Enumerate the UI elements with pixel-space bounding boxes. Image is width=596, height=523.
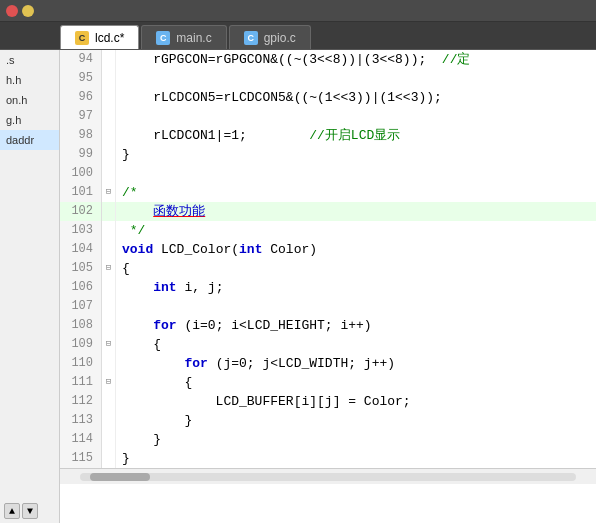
line-num-102: 102 [60, 202, 102, 221]
code-content-108: for (i=0; i<LCD_HEIGHT; i++) [116, 316, 596, 335]
line-num-95: 95 [60, 69, 102, 88]
line-num-108: 108 [60, 316, 102, 335]
fold-101[interactable]: ⊟ [102, 183, 116, 202]
fold-94 [102, 50, 116, 69]
code-line-103: 103 */ [60, 221, 596, 240]
line-num-109: 109 [60, 335, 102, 354]
code-content-99: } [116, 145, 596, 164]
code-content-107 [116, 297, 596, 316]
line-num-97: 97 [60, 107, 102, 126]
code-content-113: } [116, 411, 596, 430]
code-content-103: */ [116, 221, 596, 240]
code-line-100: 100 [60, 164, 596, 183]
line-num-111: 111 [60, 373, 102, 392]
code-content-114: } [116, 430, 596, 449]
code-content-94: rGPGCON=rGPGCON&((~(3<<8))|(3<<8)); //定 [116, 50, 596, 69]
tab-main-label: main.c [176, 31, 211, 45]
code-content-95 [116, 69, 596, 88]
code-line-102: 102 函数功能 [60, 202, 596, 221]
line-num-105: 105 [60, 259, 102, 278]
fold-108 [102, 316, 116, 335]
code-line-109: 109 ⊟ { [60, 335, 596, 354]
code-content-97 [116, 107, 596, 126]
scrollbar-track[interactable] [80, 473, 576, 481]
line-num-106: 106 [60, 278, 102, 297]
code-line-108: 108 for (i=0; i<LCD_HEIGHT; i++) [60, 316, 596, 335]
code-content-104: void LCD_Color(int Color) [116, 240, 596, 259]
code-line-104: 104 void LCD_Color(int Color) [60, 240, 596, 259]
fold-105[interactable]: ⊟ [102, 259, 116, 278]
code-content-109: { [116, 335, 596, 354]
sidebar-item-onh[interactable]: on.h [0, 90, 59, 110]
sidebar-item-hh[interactable]: h.h [0, 70, 59, 90]
fold-115 [102, 449, 116, 468]
sidebar-item-s[interactable]: .s [0, 50, 59, 70]
fold-97 [102, 107, 116, 126]
lcd-file-icon: C [75, 31, 89, 45]
tab-gpio[interactable]: C gpio.c [229, 25, 311, 49]
code-content-101: /* [116, 183, 596, 202]
title-bar [0, 0, 596, 22]
close-btn[interactable] [6, 5, 18, 17]
line-num-104: 104 [60, 240, 102, 259]
arrow-up[interactable]: ▲ [4, 503, 20, 519]
code-line-101: 101 ⊟ /* [60, 183, 596, 202]
line-num-114: 114 [60, 430, 102, 449]
code-area[interactable]: 94 rGPGCON=rGPGCON&((~(3<<8))|(3<<8)); /… [60, 50, 596, 523]
tab-lcd-label: lcd.c* [95, 31, 124, 45]
tabs-bar: C lcd.c* C main.c C gpio.c [0, 22, 596, 50]
fold-110 [102, 354, 116, 373]
code-content-102: 函数功能 [116, 202, 596, 221]
fold-111[interactable]: ⊟ [102, 373, 116, 392]
line-num-113: 113 [60, 411, 102, 430]
code-line-99: 99 } [60, 145, 596, 164]
code-line-112: 112 LCD_BUFFER[i][j] = Color; [60, 392, 596, 411]
fold-102 [102, 202, 116, 221]
line-num-101: 101 [60, 183, 102, 202]
code-line-105: 105 ⊟ { [60, 259, 596, 278]
gpio-file-icon: C [244, 31, 258, 45]
code-content-115: } [116, 449, 596, 468]
code-content-111: { [116, 373, 596, 392]
tab-lcd[interactable]: C lcd.c* [60, 25, 139, 49]
tab-main[interactable]: C main.c [141, 25, 226, 49]
code-line-98: 98 rLCDCON1|=1; //开启LCD显示 [60, 126, 596, 145]
code-line-114: 114 } [60, 430, 596, 449]
code-line-110: 110 for (j=0; j<LCD_WIDTH; j++) [60, 354, 596, 373]
sidebar-item-gh[interactable]: g.h [0, 110, 59, 130]
code-line-111: 111 ⊟ { [60, 373, 596, 392]
main-layout: .s h.h on.h g.h daddr ▲ ▼ 94 rGPGCON=rGP… [0, 50, 596, 523]
sidebar-arrows: ▲ ▼ [0, 499, 59, 523]
line-num-110: 110 [60, 354, 102, 373]
code-content-110: for (j=0; j<LCD_WIDTH; j++) [116, 354, 596, 373]
arrow-down[interactable]: ▼ [22, 503, 38, 519]
sidebar-item-daddr[interactable]: daddr [0, 130, 59, 150]
fold-109[interactable]: ⊟ [102, 335, 116, 354]
line-num-98: 98 [60, 126, 102, 145]
fold-112 [102, 392, 116, 411]
horizontal-scrollbar[interactable] [60, 468, 596, 484]
fold-95 [102, 69, 116, 88]
fold-103 [102, 221, 116, 240]
line-num-115: 115 [60, 449, 102, 468]
code-line-115: 115 } [60, 449, 596, 468]
code-content-100 [116, 164, 596, 183]
line-num-112: 112 [60, 392, 102, 411]
fold-106 [102, 278, 116, 297]
fold-113 [102, 411, 116, 430]
fold-114 [102, 430, 116, 449]
line-num-99: 99 [60, 145, 102, 164]
fold-104 [102, 240, 116, 259]
main-file-icon: C [156, 31, 170, 45]
tab-gpio-label: gpio.c [264, 31, 296, 45]
code-line-97: 97 [60, 107, 596, 126]
line-num-94: 94 [60, 50, 102, 69]
code-line-96: 96 rLCDCON5=rLCDCON5&((~(1<<3))|(1<<3)); [60, 88, 596, 107]
code-content-98: rLCDCON1|=1; //开启LCD显示 [116, 126, 596, 145]
scrollbar-thumb[interactable] [90, 473, 150, 481]
code-content-96: rLCDCON5=rLCDCON5&((~(1<<3))|(1<<3)); [116, 88, 596, 107]
minimize-btn[interactable] [22, 5, 34, 17]
code-line-113: 113 } [60, 411, 596, 430]
line-num-100: 100 [60, 164, 102, 183]
code-line-95: 95 [60, 69, 596, 88]
